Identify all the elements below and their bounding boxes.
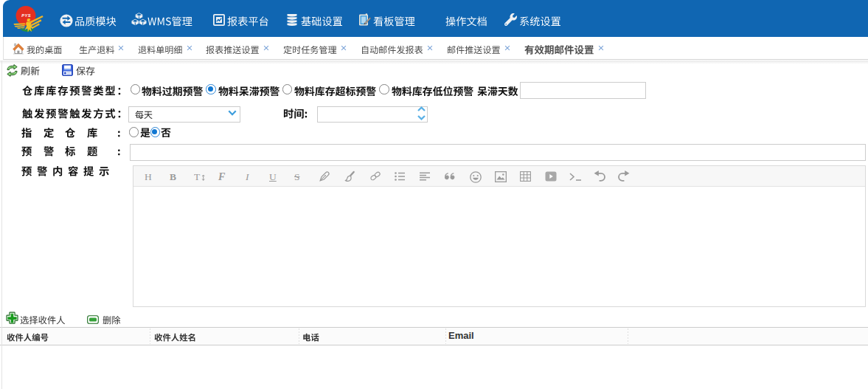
svg-text:T: T [194,171,201,182]
svg-text:PYS: PYS [21,13,31,18]
